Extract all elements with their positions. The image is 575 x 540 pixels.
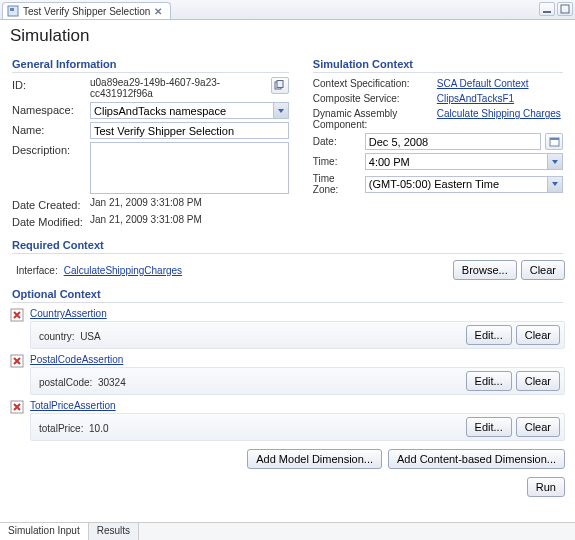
clear-assertion-button[interactable]: Clear <box>516 371 560 391</box>
required-context-header: Required Context <box>12 239 563 254</box>
editor-tab-active[interactable]: Test Verify Shipper Selection ✕ <box>2 2 171 19</box>
general-header: General Information <box>12 58 289 73</box>
chevron-down-icon[interactable] <box>547 154 562 169</box>
interface-link[interactable]: CalculateShippingCharges <box>64 265 182 276</box>
date-created-value: Jan 21, 2009 3:31:08 PM <box>90 197 202 208</box>
date-label: Date: <box>313 136 361 147</box>
delete-assertion-icon[interactable] <box>10 308 24 322</box>
date-modified-value: Jan 21, 2009 3:31:08 PM <box>90 214 202 225</box>
add-content-dimension-button[interactable]: Add Content-based Dimension... <box>388 449 565 469</box>
assertion-name-link[interactable]: PostalCodeAssertion <box>30 354 123 365</box>
context-spec-label: Context Specification: <box>313 77 433 89</box>
edit-assertion-button[interactable]: Edit... <box>466 325 512 345</box>
close-icon[interactable]: ✕ <box>154 6 162 17</box>
context-header: Simulation Context <box>313 58 563 73</box>
svg-rect-1 <box>10 8 14 11</box>
interface-label: Interface: <box>16 265 58 276</box>
delete-assertion-icon[interactable] <box>10 354 24 368</box>
time-select[interactable] <box>365 153 563 170</box>
id-value: u0a89ea29-149b-4607-9a23-cc431912f96a <box>90 77 265 99</box>
time-label: Time: <box>313 156 361 167</box>
simulation-icon <box>7 5 19 17</box>
clear-required-button[interactable]: Clear <box>521 260 565 280</box>
date-created-label: Date Created: <box>12 197 84 211</box>
footer-tab-simulation-input[interactable]: Simulation Input <box>0 523 89 540</box>
date-input[interactable] <box>365 133 541 150</box>
name-label: Name: <box>12 122 84 136</box>
chevron-down-icon[interactable] <box>547 177 562 192</box>
assertion-kv: country: USA <box>39 331 101 342</box>
edit-assertion-button[interactable]: Edit... <box>466 417 512 437</box>
dynamic-assembly-label: Dynamic Assembly Component: <box>313 107 433 130</box>
footer-tab-results[interactable]: Results <box>89 523 139 540</box>
assertion-row: CountryAssertioncountry: USAEdit...Clear <box>10 307 565 349</box>
delete-assertion-icon[interactable] <box>10 400 24 414</box>
browse-button[interactable]: Browse... <box>453 260 517 280</box>
clear-assertion-button[interactable]: Clear <box>516 417 560 437</box>
svg-rect-5 <box>277 81 283 88</box>
copy-id-button[interactable] <box>271 77 289 94</box>
namespace-label: Namespace: <box>12 102 84 116</box>
timezone-select[interactable] <box>365 176 563 193</box>
composite-service-link[interactable]: ClipsAndTacksF1 <box>437 93 514 104</box>
edit-assertion-button[interactable]: Edit... <box>466 371 512 391</box>
chevron-down-icon[interactable] <box>273 103 288 118</box>
assertion-name-link[interactable]: TotalPriceAssertion <box>30 400 116 411</box>
context-spec-link[interactable]: SCA Default Context <box>437 78 529 89</box>
assertion-name-link[interactable]: CountryAssertion <box>30 308 107 319</box>
name-input[interactable] <box>90 122 289 139</box>
assertion-row: PostalCodeAssertionpostalCode: 30324Edit… <box>10 353 565 395</box>
timezone-label: Time Zone: <box>313 173 361 195</box>
namespace-select[interactable] <box>90 102 289 119</box>
clear-assertion-button[interactable]: Clear <box>516 325 560 345</box>
assertion-row: TotalPriceAssertiontotalPrice: 10.0Edit.… <box>10 399 565 441</box>
run-button[interactable]: Run <box>527 477 565 497</box>
svg-rect-7 <box>550 138 559 140</box>
description-label: Description: <box>12 142 84 156</box>
calendar-button[interactable] <box>545 133 563 150</box>
minimize-view-button[interactable] <box>539 2 555 16</box>
dynamic-assembly-link[interactable]: Calculate Shipping Charges <box>437 108 561 119</box>
svg-rect-3 <box>561 5 569 13</box>
editor-tab-bar: Test Verify Shipper Selection ✕ <box>0 0 575 20</box>
description-textarea[interactable] <box>90 142 289 194</box>
editor-tab-label: Test Verify Shipper Selection <box>23 6 150 17</box>
maximize-view-button[interactable] <box>557 2 573 16</box>
composite-service-label: Composite Service: <box>313 92 433 104</box>
optional-context-header: Optional Context <box>12 288 563 303</box>
footer-tab-bar: Simulation Input Results <box>0 522 575 540</box>
date-modified-label: Date Modified: <box>12 214 84 228</box>
add-model-dimension-button[interactable]: Add Model Dimension... <box>247 449 382 469</box>
assertion-kv: postalCode: 30324 <box>39 377 126 388</box>
id-label: ID: <box>12 77 84 91</box>
assertion-kv: totalPrice: 10.0 <box>39 423 108 434</box>
page-title: Simulation <box>10 26 565 46</box>
svg-rect-2 <box>543 11 551 13</box>
